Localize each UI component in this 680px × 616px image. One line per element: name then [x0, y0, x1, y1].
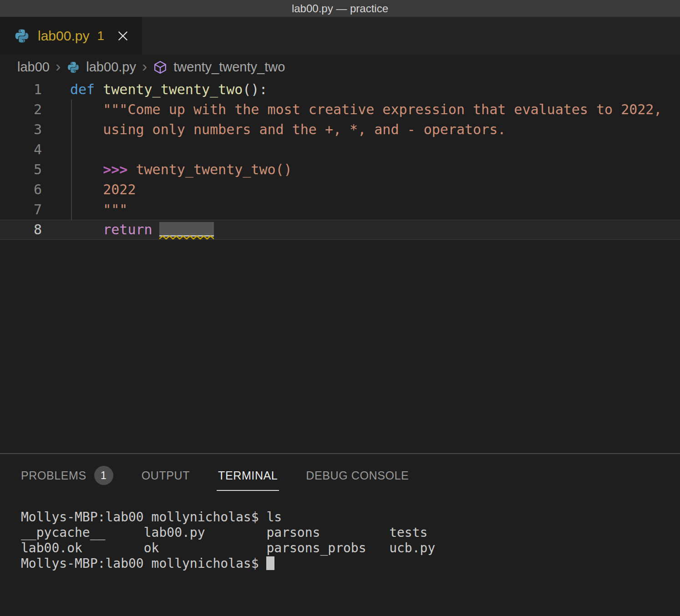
tab-output-label: OUTPUT	[142, 469, 190, 482]
line-number[interactable]: 8	[0, 220, 42, 239]
window-title: lab00.py — practice	[292, 2, 388, 15]
code-token: ():	[243, 81, 267, 97]
code-text: return	[42, 220, 214, 239]
code-text: """Come up with the most creative expres…	[42, 100, 662, 120]
code-line[interactable]: 7 """	[0, 200, 680, 220]
terminal-line: lab00.ok ok parsons_probs ucb.py	[21, 540, 680, 556]
code-text: def twenty_twenty_two():	[42, 80, 267, 100]
terminal-cursor	[266, 556, 274, 570]
tab-debug-console[interactable]: DEBUG CONSOLE	[306, 454, 409, 497]
tab-terminal-label: TERMINAL	[218, 469, 278, 482]
breadcrumb-file[interactable]: lab00.py	[86, 60, 136, 75]
code-token: """	[103, 202, 127, 217]
code-token	[70, 121, 103, 137]
code-text: 2022	[42, 180, 136, 200]
tab-terminal[interactable]: TERMINAL	[218, 454, 278, 497]
code-line[interactable]: 5 >>> twenty_twenty_two()	[0, 160, 680, 180]
terminal[interactable]: Mollys-MBP:lab00 mollynicholas$ ls__pyca…	[0, 497, 680, 571]
code-editor[interactable]: 1def twenty_twenty_two():2 """Come up wi…	[0, 80, 680, 453]
code-token	[70, 222, 103, 237]
close-icon[interactable]	[117, 30, 129, 42]
code-text: using only numbers and the +, *, and - o…	[42, 120, 506, 140]
line-number[interactable]: 7	[0, 200, 42, 220]
selection-highlight	[159, 222, 214, 237]
code-token: def	[70, 81, 95, 97]
chevron-right-icon: ›	[142, 58, 147, 76]
code-text	[42, 140, 70, 160]
tab-problems-label: PROBLEMS	[21, 469, 86, 482]
warning-squiggle-icon	[159, 235, 214, 240]
tab-problem-count: 1	[97, 29, 104, 43]
tab-bar: lab00.py 1	[0, 17, 680, 55]
tab-output[interactable]: OUTPUT	[142, 454, 190, 497]
tab-debug-console-label: DEBUG CONSOLE	[306, 469, 409, 482]
code-token: >>>	[103, 162, 136, 177]
code-line[interactable]: 2 """Come up with the most creative expr…	[0, 100, 680, 120]
tab-label: lab00.py	[38, 28, 89, 44]
bottom-panel: PROBLEMS 1 OUTPUT TERMINAL DEBUG CONSOLE…	[0, 453, 680, 616]
symbol-cube-icon	[153, 60, 167, 75]
terminal-prompt-line: Mollys-MBP:lab00 mollynicholas$	[21, 556, 680, 571]
terminal-line: __pycache__ lab00.py parsons tests	[21, 525, 680, 540]
code-line[interactable]: 3 using only numbers and the +, *, and -…	[0, 120, 680, 140]
breadcrumb: lab00 › lab00.py › twenty_twenty_two	[0, 55, 680, 80]
code-line[interactable]: 4	[0, 140, 680, 160]
line-number[interactable]: 2	[0, 100, 42, 120]
code-token: using only numbers and the +, *, and - o…	[103, 121, 506, 137]
tab-lab00-py[interactable]: lab00.py 1	[0, 17, 142, 55]
line-number[interactable]: 1	[0, 80, 42, 100]
code-token: return	[103, 222, 152, 237]
code-line[interactable]: 8 return	[0, 220, 680, 240]
code-text: """	[42, 200, 127, 220]
panel-tab-bar: PROBLEMS 1 OUTPUT TERMINAL DEBUG CONSOLE	[0, 454, 680, 497]
code-token	[70, 202, 103, 217]
breadcrumb-symbol[interactable]: twenty_twenty_two	[173, 60, 285, 75]
line-number[interactable]: 6	[0, 180, 42, 200]
code-token	[95, 81, 103, 97]
tab-problems[interactable]: PROBLEMS 1	[21, 454, 113, 497]
code-token: twenty_twenty_two()	[136, 162, 292, 177]
code-token: """Come up with the most creative expres…	[103, 101, 662, 117]
code-token: 2022	[103, 182, 136, 197]
code-token: twenty_twenty_two	[103, 81, 243, 97]
code-line[interactable]: 6 2022	[0, 180, 680, 200]
code-lines: 1def twenty_twenty_two():2 """Come up wi…	[0, 80, 680, 240]
code-token	[70, 101, 103, 117]
window-titlebar[interactable]: lab00.py — practice	[0, 0, 680, 17]
code-line[interactable]: 1def twenty_twenty_two():	[0, 80, 680, 100]
python-file-icon	[66, 61, 80, 74]
terminal-prompt: Mollys-MBP:lab00 mollynicholas$	[21, 556, 266, 571]
python-file-icon	[14, 28, 30, 44]
terminal-output: Mollys-MBP:lab00 mollynicholas$ ls__pyca…	[21, 510, 680, 571]
breadcrumb-folder[interactable]: lab00	[17, 60, 50, 75]
code-token	[70, 162, 103, 177]
code-token	[70, 182, 103, 197]
line-number[interactable]: 5	[0, 160, 42, 180]
chevron-right-icon: ›	[56, 58, 61, 76]
code-text: >>> twenty_twenty_two()	[42, 160, 292, 180]
line-number[interactable]: 4	[0, 140, 42, 160]
line-number[interactable]: 3	[0, 120, 42, 140]
problems-count-badge: 1	[94, 466, 113, 485]
terminal-line: Mollys-MBP:lab00 mollynicholas$ ls	[21, 510, 680, 525]
